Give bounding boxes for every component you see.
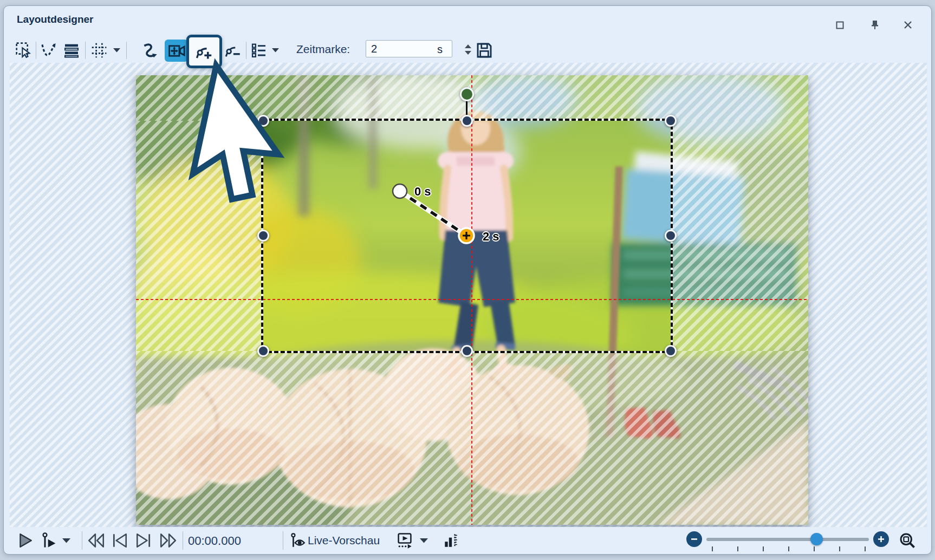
zoom-tick bbox=[737, 546, 738, 551]
select-tool-button[interactable] bbox=[14, 40, 34, 61]
photo-object[interactable]: 0 s 2 s bbox=[136, 75, 808, 525]
zoom-tick bbox=[865, 546, 866, 551]
live-preview-pin-eye-icon bbox=[290, 532, 306, 549]
titlebar: Layoutdesigner bbox=[4, 6, 931, 32]
selection-border[interactable] bbox=[261, 119, 673, 353]
grid-tool-button[interactable] bbox=[88, 40, 110, 61]
save-button[interactable] bbox=[474, 40, 495, 61]
list-options-icon bbox=[250, 42, 268, 59]
chevron-down-icon bbox=[420, 538, 428, 543]
handle-top-left[interactable] bbox=[257, 115, 269, 127]
grid-dropdown-button[interactable] bbox=[112, 40, 121, 61]
transport-separator bbox=[283, 531, 283, 550]
camera-pan-tool-button[interactable] bbox=[165, 40, 188, 62]
pin-icon bbox=[871, 20, 879, 30]
handle-top-right[interactable] bbox=[665, 115, 677, 127]
chevron-down-icon bbox=[272, 48, 279, 53]
toolbar-separator bbox=[126, 42, 127, 59]
toolbar-separator bbox=[85, 42, 86, 59]
preview-window-button[interactable] bbox=[396, 530, 413, 551]
close-icon bbox=[904, 21, 912, 29]
chevron-down-icon bbox=[113, 48, 120, 53]
transport-separator bbox=[82, 531, 82, 550]
add-keyframe-tool-button[interactable] bbox=[186, 35, 222, 68]
keyframe-2s-label: 2 s bbox=[483, 230, 499, 244]
handle-bottom-center[interactable] bbox=[461, 345, 473, 357]
rotation-handle[interactable] bbox=[460, 87, 474, 101]
preview-window-icon bbox=[396, 532, 413, 549]
skip-to-end-button[interactable] bbox=[135, 530, 152, 551]
keyframe-0s-label: 0 s bbox=[414, 185, 431, 199]
zeitmarke-input[interactable] bbox=[366, 40, 452, 57]
close-button[interactable] bbox=[901, 18, 915, 32]
list-dropdown-button[interactable] bbox=[270, 40, 280, 61]
zoom-out-button[interactable] bbox=[686, 531, 702, 547]
window-title: Layoutdesigner bbox=[17, 14, 93, 25]
live-preview-label: Live-Vorschau bbox=[308, 534, 380, 547]
timecode: 00:00.000 bbox=[188, 534, 264, 548]
toolbar-separator bbox=[246, 42, 246, 59]
live-preview-button[interactable] bbox=[290, 530, 306, 551]
zoom-fit-icon bbox=[899, 532, 916, 549]
toolbar-separator bbox=[36, 42, 36, 59]
play-icon bbox=[17, 532, 33, 549]
handle-middle-right[interactable] bbox=[665, 230, 677, 242]
add-keyframe-icon bbox=[194, 42, 214, 61]
chevron-down-icon bbox=[62, 538, 70, 543]
fast-forward-icon bbox=[159, 532, 177, 549]
path-check-tool-button[interactable] bbox=[38, 40, 59, 61]
fast-forward-button[interactable] bbox=[159, 530, 177, 551]
pin-button[interactable] bbox=[868, 18, 882, 32]
transport-bar: 00:00.000 Live-Vorschau bbox=[4, 527, 931, 554]
path-check-icon bbox=[40, 42, 57, 59]
zeitmarke-label: Zeitmarke: bbox=[296, 43, 350, 56]
timeline-columns-icon bbox=[443, 532, 459, 549]
zeitmarke-spinner[interactable] bbox=[462, 41, 474, 58]
zoom-tick bbox=[763, 546, 764, 551]
rewind-button[interactable] bbox=[87, 530, 106, 551]
handle-bottom-left[interactable] bbox=[257, 345, 269, 357]
select-tool-icon bbox=[15, 42, 33, 59]
play-from-position-icon bbox=[41, 532, 58, 549]
zoom-tick bbox=[814, 546, 815, 551]
skip-to-start-button[interactable] bbox=[111, 530, 128, 551]
plus-icon bbox=[877, 535, 885, 543]
minus-icon bbox=[690, 535, 698, 543]
rewind-icon bbox=[87, 532, 106, 549]
zoom-in-button[interactable] bbox=[873, 531, 889, 547]
play-from-position-button[interactable] bbox=[41, 530, 58, 551]
spinner-up-icon[interactable] bbox=[465, 44, 471, 48]
handle-top-center[interactable] bbox=[461, 115, 473, 127]
skip-to-start-icon bbox=[111, 532, 128, 549]
list-options-tool-button[interactable] bbox=[249, 40, 269, 61]
preview-dropdown[interactable] bbox=[420, 530, 428, 551]
layout-canvas[interactable]: 0 s 2 s bbox=[10, 63, 927, 527]
zoom-tick bbox=[788, 546, 789, 551]
save-icon bbox=[476, 42, 493, 59]
main-toolbar: Zeitmarke: s bbox=[4, 34, 931, 66]
timeline-columns-button[interactable] bbox=[443, 530, 459, 551]
handle-middle-left[interactable] bbox=[257, 230, 269, 242]
skip-to-end-icon bbox=[135, 532, 152, 549]
remove-keyframe-tool-button[interactable] bbox=[223, 40, 243, 61]
zoom-slider-thumb[interactable] bbox=[810, 533, 823, 545]
motion-curve-icon bbox=[141, 41, 159, 60]
maximize-icon bbox=[836, 21, 844, 29]
play-options-dropdown[interactable] bbox=[62, 530, 70, 551]
zoom-fit-button[interactable] bbox=[899, 530, 916, 551]
spinner-down-icon[interactable] bbox=[465, 51, 471, 55]
grid-icon bbox=[90, 42, 108, 59]
transport-separator bbox=[183, 531, 183, 550]
zoom-tick bbox=[839, 546, 840, 551]
z-order-tool-button[interactable] bbox=[61, 40, 82, 61]
layoutdesigner-window: Layoutdesigner bbox=[3, 5, 932, 555]
play-button[interactable] bbox=[17, 530, 33, 551]
motion-curve-tool-button[interactable] bbox=[139, 40, 161, 61]
remove-keyframe-icon bbox=[224, 41, 242, 60]
maximize-button[interactable] bbox=[833, 18, 847, 32]
zoom-slider-track[interactable] bbox=[706, 538, 869, 541]
handle-bottom-right[interactable] bbox=[665, 345, 677, 357]
zoom-tick bbox=[712, 546, 713, 551]
z-order-icon bbox=[63, 42, 80, 59]
camera-pan-icon bbox=[167, 42, 186, 60]
